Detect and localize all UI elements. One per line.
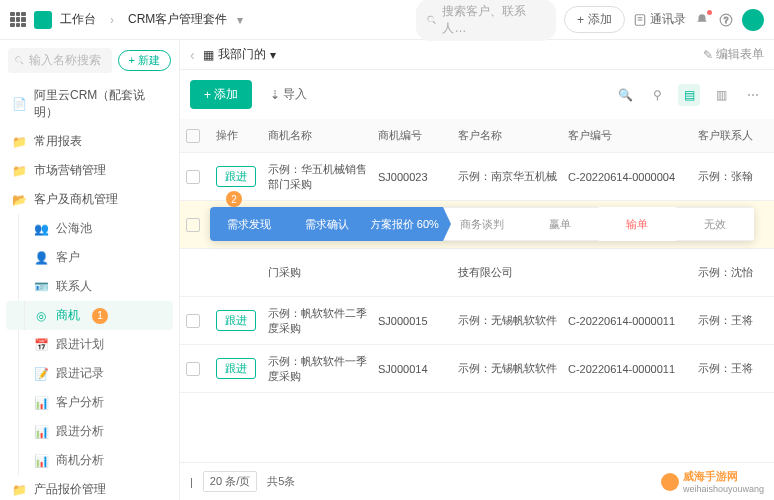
chart-icon: 📊 bbox=[34, 396, 48, 410]
svg-text:?: ? bbox=[724, 15, 729, 24]
col-customer: 客户名称 bbox=[458, 128, 568, 143]
chevron-down-icon[interactable]: ▾ bbox=[237, 13, 243, 27]
chart-icon: 📊 bbox=[34, 454, 48, 468]
bell-icon[interactable] bbox=[694, 12, 710, 28]
download-icon: ⇣ bbox=[270, 88, 280, 102]
avatar[interactable] bbox=[742, 9, 764, 31]
sidebar-item-record[interactable]: 📝跟进记录 bbox=[0, 359, 179, 388]
global-search[interactable]: 搜索客户、联系人… bbox=[416, 0, 556, 41]
sidebar-item-follow-analysis[interactable]: 📊跟进分析 bbox=[0, 417, 179, 446]
user-icon: 👤 bbox=[34, 251, 48, 265]
folder-icon: 📁 bbox=[12, 135, 26, 149]
more-icon[interactable]: ⋯ bbox=[742, 84, 764, 106]
chevron-down-icon: ▾ bbox=[270, 48, 276, 62]
search-placeholder: 搜索客户、联系人… bbox=[442, 3, 546, 37]
plus-icon: + bbox=[577, 13, 584, 27]
sidebar-item-opp-analysis[interactable]: 📊商机分析 bbox=[0, 446, 179, 475]
col-contact: 客户联系人 bbox=[698, 128, 774, 143]
sidebar-item-reports[interactable]: 📁常用报表 bbox=[0, 127, 179, 156]
col-code: 商机编号 bbox=[378, 128, 458, 143]
stage-popup: 需求发现 需求确认 方案报价 60% 商务谈判 赢单 输单 无效 bbox=[210, 207, 754, 241]
breadcrumb-workspace[interactable]: 工作台 bbox=[60, 11, 96, 28]
add-button[interactable]: +添加 bbox=[190, 80, 252, 109]
sidebar-item-quote[interactable]: 📁产品报价管理 bbox=[0, 475, 179, 500]
badge-2: 2 bbox=[226, 191, 242, 207]
page-size-select[interactable]: 20 条/页 bbox=[203, 471, 257, 492]
sidebar-item-cust-analysis[interactable]: 📊客户分析 bbox=[0, 388, 179, 417]
breadcrumb-suite[interactable]: CRM客户管理套件 bbox=[128, 11, 227, 28]
list-view-icon[interactable]: ▥ bbox=[710, 84, 732, 106]
plus-icon: + bbox=[204, 88, 211, 102]
tabsbar: ‹ ▦ 我部门的 ▾ ✎编辑表单 bbox=[180, 40, 774, 70]
follow-button[interactable]: 跟进 bbox=[216, 166, 256, 187]
sidebar-item-contacts[interactable]: 🪪联系人 bbox=[0, 272, 179, 301]
table-header: 操作 商机名称 商机编号 客户名称 客户编号 客户联系人 销售阶段 bbox=[180, 119, 774, 153]
watermark-icon bbox=[661, 473, 679, 491]
sidebar: 输入名称搜索 + 新建 📄阿里云CRM（配套说明） 📁常用报表 📁市场营销管理 … bbox=[0, 40, 180, 500]
stage-item[interactable]: 商务谈判 bbox=[443, 207, 521, 241]
sidebar-item-customers[interactable]: 📂客户及商机管理 bbox=[0, 185, 179, 214]
note-icon: 📝 bbox=[34, 367, 48, 381]
back-icon[interactable]: ‹ bbox=[190, 47, 195, 63]
users-icon: 👥 bbox=[34, 222, 48, 236]
topbar: 工作台 › CRM客户管理套件 ▾ 搜索客户、联系人… + 添加 通讯录 ? bbox=[0, 0, 774, 40]
col-name: 商机名称 bbox=[268, 128, 378, 143]
stage-item[interactable]: 输单 bbox=[599, 207, 677, 241]
stage-item[interactable]: 需求发现 bbox=[210, 207, 288, 241]
folder-icon: 📁 bbox=[12, 483, 26, 497]
data-table: 操作 商机名称 商机编号 客户名称 客户编号 客户联系人 销售阶段 跟进 示例：… bbox=[180, 119, 774, 462]
help-icon[interactable]: ? bbox=[718, 12, 734, 28]
badge-1: 1 bbox=[92, 308, 108, 324]
grid-icon: ▦ bbox=[203, 48, 214, 62]
apps-icon[interactable] bbox=[10, 12, 26, 28]
row-checkbox[interactable] bbox=[186, 218, 200, 232]
toolbar: +添加 ⇣导入 🔍 ⚲ ▤ ▥ ⋯ bbox=[180, 70, 774, 119]
id-icon: 🪪 bbox=[34, 280, 48, 294]
sidebar-item-opportunity[interactable]: ◎商机1 bbox=[6, 301, 173, 330]
filter-icon[interactable]: ⚲ bbox=[646, 84, 668, 106]
stage-item[interactable]: 需求确认 bbox=[288, 207, 366, 241]
table-row[interactable]: 跟进 示例：帆软软件二季度采购 SJ000015 示例：无锡帆软软件 C-202… bbox=[180, 297, 774, 345]
row-checkbox[interactable] bbox=[186, 314, 200, 328]
search-icon bbox=[426, 14, 438, 26]
col-ccode: 客户编号 bbox=[568, 128, 698, 143]
row-checkbox[interactable] bbox=[186, 362, 200, 376]
contacts-button[interactable]: 通讯录 bbox=[633, 12, 686, 28]
pager-total: 共5条 bbox=[267, 474, 295, 489]
target-icon: ◎ bbox=[34, 309, 48, 323]
view-selector[interactable]: ▦ 我部门的 ▾ bbox=[203, 46, 276, 63]
table-row[interactable]: 跟进 示例：华五机械销售部门采购 SJ000023 示例：南京华五机械 C-20… bbox=[180, 153, 774, 201]
sidebar-search[interactable]: 输入名称搜索 bbox=[8, 48, 112, 73]
sidebar-item-pool[interactable]: 👥公海池 bbox=[0, 214, 179, 243]
calendar-icon: 📅 bbox=[34, 338, 48, 352]
folder-icon: 📂 bbox=[12, 193, 26, 207]
table-search-icon[interactable]: 🔍 bbox=[614, 84, 636, 106]
chart-icon: 📊 bbox=[34, 425, 48, 439]
sidebar-item-marketing[interactable]: 📁市场营销管理 bbox=[0, 156, 179, 185]
pencil-icon: ✎ bbox=[703, 48, 713, 62]
app-logo bbox=[34, 11, 52, 29]
sidebar-new-button[interactable]: + 新建 bbox=[118, 50, 171, 71]
global-add-button[interactable]: + 添加 bbox=[564, 6, 625, 33]
breadcrumb-sep: › bbox=[110, 13, 114, 27]
import-button[interactable]: ⇣导入 bbox=[262, 80, 315, 109]
sidebar-item-customer[interactable]: 👤客户 bbox=[0, 243, 179, 272]
stage-item[interactable]: 赢单 bbox=[521, 207, 599, 241]
card-view-icon[interactable]: ▤ bbox=[678, 84, 700, 106]
search-icon bbox=[14, 55, 25, 66]
stage-item[interactable]: 无效 bbox=[676, 207, 754, 241]
sidebar-item-crm-doc[interactable]: 📄阿里云CRM（配套说明） bbox=[0, 81, 179, 127]
main: ‹ ▦ 我部门的 ▾ ✎编辑表单 +添加 ⇣导入 🔍 ⚲ ▤ ▥ ⋯ 操作 bbox=[180, 40, 774, 500]
follow-button[interactable]: 跟进 bbox=[216, 358, 256, 379]
sidebar-item-plan[interactable]: 📅跟进计划 bbox=[0, 330, 179, 359]
table-row[interactable]: 门采购 技有限公司 示例：沈怡 赢单 bbox=[180, 249, 774, 297]
folder-icon: 📁 bbox=[12, 164, 26, 178]
select-all-checkbox[interactable] bbox=[186, 129, 200, 143]
table-row[interactable]: 跟进 示例：帆软软件一季度采购 SJ000014 示例：无锡帆软软件 C-202… bbox=[180, 345, 774, 393]
doc-icon: 📄 bbox=[12, 97, 26, 111]
col-op: 操作 bbox=[216, 128, 268, 143]
row-checkbox[interactable] bbox=[186, 170, 200, 184]
follow-button[interactable]: 跟进 bbox=[216, 310, 256, 331]
edit-form-button[interactable]: ✎编辑表单 bbox=[703, 46, 764, 63]
stage-item[interactable]: 方案报价 60% bbox=[365, 207, 443, 241]
